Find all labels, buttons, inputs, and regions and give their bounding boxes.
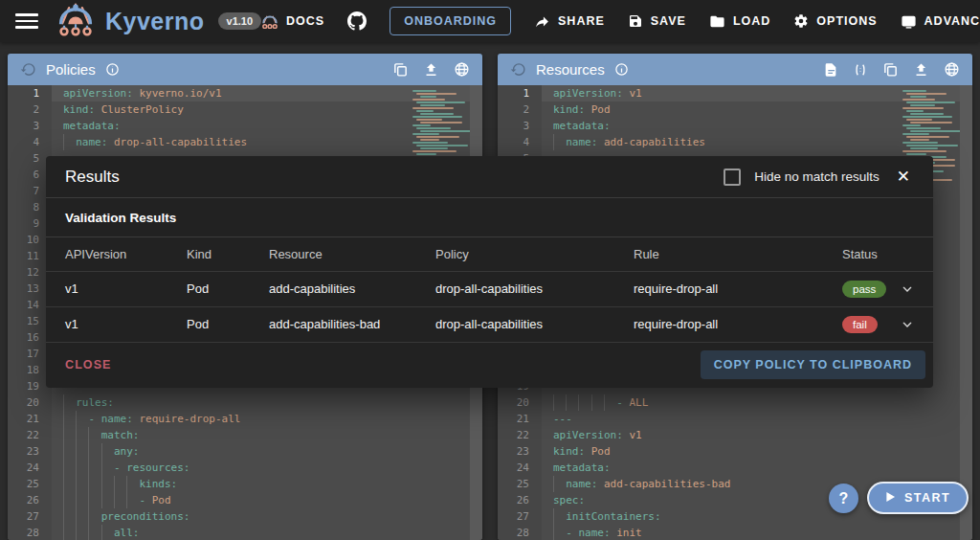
hide-no-match-label[interactable]: Hide no match results	[754, 169, 880, 184]
resources-panel-header: Resources	[498, 54, 972, 85]
version-badge: v1.10	[218, 12, 262, 30]
code-line[interactable]: 1apiVersion: v1	[498, 85, 972, 101]
save-button[interactable]: SAVE	[628, 13, 686, 29]
cell-kind: Pod	[187, 317, 269, 331]
brand-title: Kyverno	[105, 8, 205, 35]
code-line[interactable]: 21- name: require-drop-all	[8, 411, 482, 427]
header-kind: Kind	[187, 247, 269, 261]
share-icon	[534, 13, 550, 30]
code-line[interactable]: 4name: add-capabilities	[498, 134, 972, 150]
menu-icon[interactable]	[15, 10, 38, 33]
code-line[interactable]: 1apiVersion: kyverno.io/v1	[8, 85, 482, 101]
folder-icon	[709, 13, 725, 30]
code-line[interactable]: 28- name: init	[498, 525, 972, 540]
code-line[interactable]: 4name: drop-all-capabilities	[8, 134, 482, 150]
kyverno-logo-icon	[56, 2, 96, 40]
gear-icon	[793, 13, 809, 29]
code-line[interactable]: 3metadata:	[8, 118, 482, 134]
code-line[interactable]: 3metadata:	[498, 118, 972, 134]
load-button[interactable]: LOAD	[709, 13, 770, 30]
close-icon[interactable]: ✕	[893, 165, 914, 189]
code-line[interactable]: 2kind: Pod	[498, 101, 972, 118]
github-button[interactable]	[347, 11, 367, 31]
code-line[interactable]: 26- Pod	[8, 492, 482, 508]
minimap	[412, 90, 468, 165]
results-table-body: v1Podadd-capabilitiesdrop-all-capabiliti…	[46, 272, 933, 343]
modal-title: Results	[65, 168, 120, 187]
cell-rule: require-drop-all	[634, 317, 842, 331]
code-line[interactable]: 20- ALL	[498, 394, 972, 411]
policies-panel-header: Policies	[8, 54, 482, 85]
result-row[interactable]: v1Podadd-capabilities-baddrop-all-capabi…	[46, 307, 933, 343]
header-apiversion: APIVersion	[65, 247, 187, 261]
code-brackets-icon[interactable]	[853, 62, 868, 78]
copy-policy-button[interactable]: COPY POLICY TO CLIPBOARD	[701, 350, 925, 379]
code-line[interactable]: 24metadata:	[498, 460, 972, 476]
cell-apiversion: v1	[65, 317, 187, 331]
cell-resource: add-capabilities	[269, 281, 435, 296]
code-line[interactable]: 23any:	[8, 443, 482, 460]
header-policy: Policy	[435, 247, 634, 261]
console-icon	[901, 13, 917, 30]
cell-policy: drop-all-capabilities	[435, 317, 634, 331]
top-navbar: Kyverno v1.10 DOCS	[0, 0, 980, 42]
info-icon[interactable]	[105, 62, 120, 77]
code-line[interactable]: 28all:	[8, 525, 482, 540]
cell-policy: drop-all-capabilities	[435, 281, 634, 296]
chevron-down-icon[interactable]	[900, 317, 915, 332]
play-icon	[885, 491, 896, 506]
file-document-icon[interactable]	[823, 62, 838, 78]
cell-resource: add-capabilities-bad	[269, 317, 435, 331]
copy-icon[interactable]	[392, 61, 409, 78]
results-table-header: APIVersion Kind Resource Policy Rule Sta…	[46, 237, 933, 272]
upload-icon[interactable]	[913, 61, 929, 78]
docs-button[interactable]: DOCS	[261, 13, 324, 29]
globe-icon[interactable]	[944, 61, 960, 78]
code-line[interactable]: 20rules:	[8, 394, 482, 411]
code-line[interactable]: 22match:	[8, 427, 482, 443]
share-button[interactable]: SHARE	[534, 13, 605, 30]
code-line[interactable]: 23kind: Pod	[498, 443, 972, 460]
code-line[interactable]: 22apiVersion: v1	[498, 427, 972, 443]
save-icon	[628, 13, 643, 29]
advanced-button[interactable]: ADVANCED	[901, 13, 980, 30]
resources-title: Resources	[536, 61, 605, 78]
github-icon	[347, 11, 367, 31]
reset-icon[interactable]	[510, 61, 526, 78]
chevron-down-icon[interactable]	[900, 281, 915, 297]
kyverno-playground: Kyverno v1.10 DOCS	[0, 0, 980, 540]
status-badge: fail	[842, 316, 878, 333]
code-line[interactable]: 24- resources:	[8, 460, 482, 476]
code-line[interactable]: 25kinds:	[8, 476, 482, 492]
onboarding-button[interactable]: ONBOARDING	[390, 7, 511, 35]
header-rule: Rule	[634, 247, 842, 261]
cell-rule: require-drop-all	[634, 281, 842, 296]
code-line[interactable]: 27preconditions:	[8, 508, 482, 525]
policies-title: Policies	[46, 61, 96, 78]
results-modal: Results Hide no match results ✕ Validati…	[46, 156, 933, 388]
header-status: Status	[842, 247, 889, 261]
globe-icon[interactable]	[454, 61, 470, 78]
copy-icon[interactable]	[882, 61, 899, 78]
status-badge: pass	[842, 281, 886, 298]
upload-icon[interactable]	[423, 61, 439, 78]
cell-kind: Pod	[187, 281, 269, 296]
editor-scrollbar[interactable]	[960, 85, 972, 540]
header-resource: Resource	[269, 247, 435, 261]
kyverno-docs-icon	[261, 13, 278, 29]
close-button[interactable]: CLOSE	[65, 358, 112, 371]
result-row[interactable]: v1Podadd-capabilitiesdrop-all-capabiliti…	[46, 272, 933, 307]
hide-no-match-checkbox[interactable]	[724, 169, 741, 186]
validation-results-heading: Validation Results	[46, 198, 933, 236]
help-button[interactable]: ?	[829, 484, 858, 513]
info-icon[interactable]	[614, 62, 629, 77]
reset-icon[interactable]	[20, 61, 36, 78]
start-button[interactable]: START	[867, 482, 969, 514]
code-line[interactable]: 2kind: ClusterPolicy	[8, 101, 482, 118]
options-button[interactable]: OPTIONS	[793, 13, 877, 29]
cell-apiversion: v1	[65, 281, 187, 296]
code-line[interactable]: 21---	[498, 411, 972, 427]
